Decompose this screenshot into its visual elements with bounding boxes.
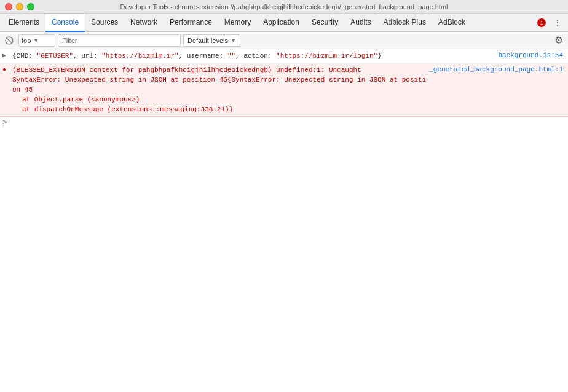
- console-prompt: >: [0, 117, 568, 128]
- clear-console-button[interactable]: [2, 34, 16, 47]
- tab-network[interactable]: Network: [124, 14, 164, 32]
- prompt-input[interactable]: [10, 119, 566, 127]
- error-line-2: at Object.parse (<anonymous>): [12, 95, 427, 104]
- settings-button[interactable]: ⚙: [552, 34, 566, 47]
- more-options-button[interactable]: ⋮: [551, 18, 564, 28]
- error-line-1: SyntaxError: Unexpected string in JSON a…: [12, 75, 427, 95]
- nav-tabs-right: 1 ⋮: [537, 18, 568, 28]
- console-content: ▶ {CMD: "GETUSER", url: "https://bizmlm.…: [0, 49, 568, 392]
- log-levels-button[interactable]: Default levels ▼: [183, 34, 240, 47]
- log-content-0: {CMD: "GETUSER", url: "https://bizmlm.ir…: [10, 50, 498, 61]
- tab-sources[interactable]: Sources: [85, 14, 124, 32]
- nav-tabs: Elements Console Sources Network Perform…: [0, 14, 568, 32]
- expand-button-0[interactable]: ▶: [0, 50, 10, 59]
- error-main-line: (BLESSED_EXTENSION context for pahgbhpaf…: [12, 65, 427, 75]
- tab-console[interactable]: Console: [45, 14, 85, 32]
- window-title: Developer Tools - chrome-extension://pah…: [120, 3, 448, 10]
- filter-input[interactable]: [58, 34, 181, 47]
- close-button[interactable]: [5, 3, 12, 10]
- error-source-0[interactable]: _generated_background_page.html:1: [429, 65, 568, 73]
- tab-application[interactable]: Application: [257, 14, 306, 32]
- svg-line-1: [7, 38, 12, 42]
- context-selector[interactable]: top ▼: [18, 34, 55, 47]
- error-expand-0[interactable]: ●: [0, 65, 10, 73]
- tab-adblock-plus[interactable]: Adblock Plus: [377, 14, 432, 32]
- error-content-0: (BLESSED_EXTENSION context for pahgbhpaf…: [10, 65, 429, 115]
- log-text-0: {CMD: "GETUSER", url: "https://bizmlm.ir…: [12, 52, 382, 60]
- tab-adblock[interactable]: AdBlock: [432, 14, 471, 32]
- error-count: 1: [540, 20, 543, 26]
- title-bar: Developer Tools - chrome-extension://pah…: [0, 0, 568, 14]
- error-badge[interactable]: 1: [537, 18, 546, 27]
- error-row-0: ● (BLESSED_EXTENSION context for pahgbhp…: [0, 63, 568, 117]
- context-value: top: [22, 37, 31, 44]
- tab-elements[interactable]: Elements: [2, 14, 45, 32]
- error-line-3: at dispatchOnMessage (extensions::messag…: [12, 104, 427, 114]
- minimize-button[interactable]: [16, 3, 23, 10]
- error-count-circle: 1: [537, 18, 546, 27]
- tab-memory[interactable]: Memory: [218, 14, 257, 32]
- log-levels-label: Default levels: [187, 37, 228, 44]
- tab-security[interactable]: Security: [306, 14, 344, 32]
- log-levels-arrow: ▼: [231, 37, 236, 44]
- log-row-0: ▶ {CMD: "GETUSER", url: "https://bizmlm.…: [0, 49, 568, 63]
- tab-performance[interactable]: Performance: [164, 14, 218, 32]
- context-dropdown-arrow: ▼: [33, 37, 39, 44]
- prompt-arrow: >: [2, 119, 10, 127]
- log-source-0[interactable]: background.js:54: [498, 50, 568, 59]
- console-toolbar: top ▼ Default levels ▼ ⚙: [0, 32, 568, 49]
- maximize-button[interactable]: [27, 3, 34, 10]
- tab-audits[interactable]: Audits: [344, 14, 377, 32]
- traffic-lights: [0, 3, 34, 10]
